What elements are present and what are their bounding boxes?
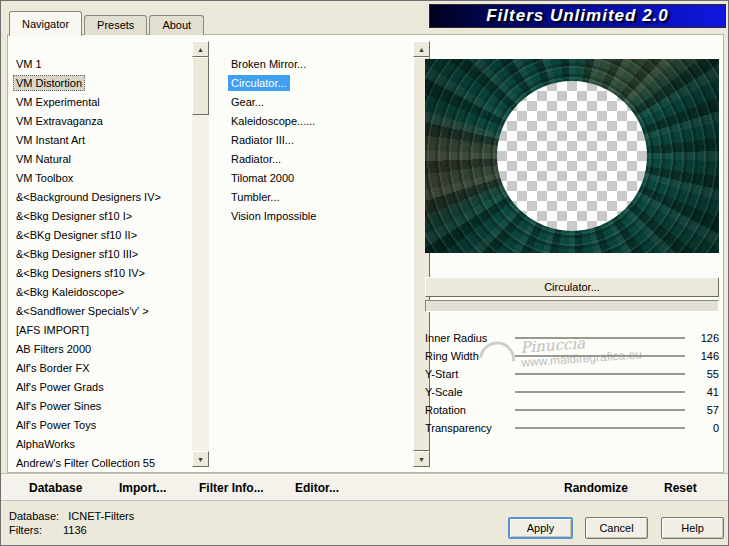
param-row: Ring Width146 (425, 347, 719, 365)
navigator-list-item[interactable]: &<Bkg Designer sf10 I> (13, 208, 135, 224)
param-value: 146 (693, 350, 719, 362)
param-value: 41 (693, 386, 719, 398)
param-row: Y-Start55 (425, 365, 719, 383)
current-filter-label: Circulator... (544, 281, 600, 293)
navigator-scroll-track[interactable] (192, 57, 209, 451)
transparent-center-region (497, 81, 647, 231)
help-button[interactable]: Help (661, 517, 724, 539)
bottom-bar: Database: ICNET-Filters Filters: 1136 Ap… (1, 501, 729, 546)
database-status-value: ICNET-Filters (68, 510, 134, 522)
param-label: Ring Width (425, 350, 513, 362)
database-status-label: Database: (9, 510, 59, 522)
param-label: Rotation (425, 404, 513, 416)
navigator-list-item[interactable]: VM Instant Art (13, 132, 88, 148)
filter-list-item[interactable]: Gear... (228, 94, 267, 110)
filter-list-item[interactable]: Kaleidoscope...... (228, 113, 318, 129)
filters-status-value: 1136 (63, 524, 87, 536)
database-button[interactable]: Database (29, 481, 82, 495)
navigator-list-item[interactable]: &<Bkg Kaleidoscope> (13, 284, 127, 300)
navigator-list-item[interactable]: Alf's Power Grads (13, 379, 107, 395)
param-value: 57 (693, 404, 719, 416)
filter-info-button[interactable]: Filter Info... (199, 481, 264, 495)
navigator-list-item[interactable]: AlphaWorks (13, 436, 78, 452)
filter-list-item[interactable]: Broken Mirror... (228, 56, 309, 72)
scroll-up-icon: ▲ (418, 46, 425, 53)
navigator-list-item[interactable]: &<BKg Designer sf10 II> (13, 227, 140, 243)
apply-button[interactable]: Apply (508, 517, 573, 539)
navigator-list-item[interactable]: &<Background Designers IV> (13, 189, 164, 205)
scroll-down-icon: ▼ (197, 456, 204, 463)
filter-scroll-up-button[interactable]: ▲ (413, 41, 430, 57)
reset-button[interactable]: Reset (664, 481, 697, 495)
navigator-list-item[interactable]: Alf's Power Sines (13, 398, 104, 414)
navigator-scroll-down-button[interactable]: ▼ (192, 451, 209, 467)
filter-preview-image[interactable] (425, 59, 719, 253)
progress-bar (425, 300, 719, 312)
param-slider[interactable] (515, 391, 685, 394)
navigator-scrollbar[interactable]: ▲ ▼ (192, 41, 209, 467)
current-filter-button[interactable]: Circulator... (425, 277, 719, 297)
param-slider[interactable] (515, 373, 685, 376)
param-label: Y-Scale (425, 386, 513, 398)
toolbar: Database Import... Filter Info... Editor… (1, 473, 729, 501)
parameter-list: Inner Radius126Ring Width146Y-Start55Y-S… (425, 329, 719, 437)
scroll-down-icon: ▼ (418, 456, 425, 463)
param-slider[interactable] (515, 409, 685, 412)
navigator-list-item[interactable]: AB Filters 2000 (13, 341, 94, 357)
filter-list-item[interactable]: Circulator... (228, 75, 290, 91)
tab-bar: Navigator Presets About (9, 9, 206, 35)
param-label: Transparency (425, 422, 513, 434)
filters-status: Filters: 1136 (9, 524, 87, 536)
import-button[interactable]: Import... (119, 481, 166, 495)
param-value: 55 (693, 368, 719, 380)
param-slider[interactable] (515, 337, 685, 340)
navigator-list-item[interactable]: Alf's Power Toys (13, 417, 99, 433)
param-slider[interactable] (515, 427, 685, 430)
banner-title: Filters Unlimited 2.0 (486, 6, 669, 26)
navigator-list-item[interactable]: VM Toolbox (13, 170, 76, 186)
scroll-up-icon: ▲ (197, 46, 204, 53)
navigator-scroll-thumb[interactable] (192, 57, 209, 115)
navigator-list-item[interactable]: VM 1 (13, 56, 45, 72)
navigator-list-item[interactable]: VM Natural (13, 151, 74, 167)
navigator-list-item[interactable]: VM Experimental (13, 94, 103, 110)
navigator-list-item[interactable]: &<Bkg Designers sf10 IV> (13, 265, 148, 281)
randomize-button[interactable]: Randomize (564, 481, 628, 495)
navigator-scroll-up-button[interactable]: ▲ (192, 41, 209, 57)
filter-list-item[interactable]: Radiator... (228, 151, 284, 167)
param-row: Inner Radius126 (425, 329, 719, 347)
param-row: Transparency0 (425, 419, 719, 437)
tab-presets[interactable]: Presets (84, 15, 147, 35)
tab-navigator[interactable]: Navigator (9, 11, 82, 36)
title-banner: Filters Unlimited 2.0 (429, 4, 726, 28)
param-slider[interactable] (515, 355, 685, 358)
filter-scroll-down-button[interactable]: ▼ (413, 451, 430, 467)
filter-list-item[interactable]: Tilomat 2000 (228, 170, 297, 186)
filters-status-label: Filters: (9, 524, 42, 536)
navigator-list-item[interactable]: [AFS IMPORT] (13, 322, 92, 338)
filters-unlimited-window: Navigator Presets About Filters Unlimite… (0, 0, 729, 546)
param-value: 0 (693, 422, 719, 434)
cancel-button[interactable]: Cancel (585, 517, 648, 539)
param-row: Rotation57 (425, 401, 719, 419)
tab-about[interactable]: About (149, 15, 204, 35)
filter-list-item[interactable]: Radiator III... (228, 132, 297, 148)
param-value: 126 (693, 332, 719, 344)
filter-list-item[interactable]: Vision Impossible (228, 208, 319, 224)
navigator-list-item[interactable]: VM Extravaganza (13, 113, 106, 129)
filter-list: Broken Mirror...Circulator...Gear...Kale… (228, 56, 408, 227)
editor-button[interactable]: Editor... (295, 481, 339, 495)
param-label: Y-Start (425, 368, 513, 380)
database-status: Database: ICNET-Filters (9, 510, 134, 522)
filter-list-item[interactable]: Tumbler... (228, 189, 283, 205)
param-row: Y-Scale41 (425, 383, 719, 401)
navigator-list-item[interactable]: &<Sandflower Specials'v' > (13, 303, 152, 319)
navigator-list-item[interactable]: Alf's Border FX (13, 360, 93, 376)
param-label: Inner Radius (425, 332, 513, 344)
navigator-list: VM 1VM DistortionVM ExperimentalVM Extra… (13, 56, 189, 512)
navigator-list-item[interactable]: Andrew's Filter Collection 55 (13, 455, 158, 471)
navigator-list-item[interactable]: &<Bkg Designer sf10 III> (13, 246, 141, 262)
navigator-list-item[interactable]: VM Distortion (13, 75, 85, 91)
